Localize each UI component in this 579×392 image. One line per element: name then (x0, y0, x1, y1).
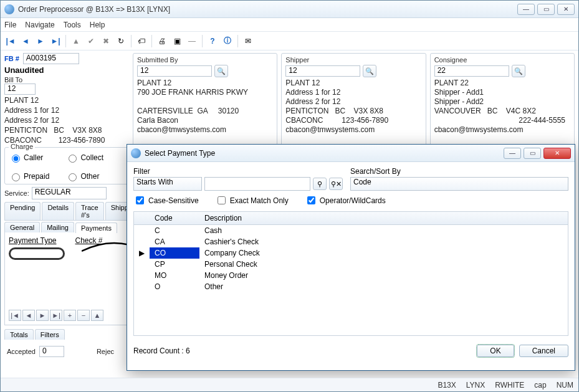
charge-caller-radio[interactable]: Caller (9, 153, 49, 163)
grid-cell-code: O (150, 281, 199, 292)
filter-text-input[interactable] (204, 177, 310, 191)
accepted-value[interactable]: 0 (39, 346, 64, 357)
bill-to-code[interactable]: 12 (4, 84, 36, 95)
tab-pending[interactable]: Pending (4, 202, 41, 220)
payments-col-type: Payment Type (9, 236, 57, 245)
pg-prev-icon[interactable]: ◄ (22, 310, 35, 321)
charge-collect-radio[interactable]: Collect (65, 153, 103, 163)
payment-type-grid[interactable]: Code Description CCashCACashier's Check▶… (133, 211, 568, 336)
grid-row[interactable]: ▶COCompany Check (134, 247, 568, 259)
dialog-maximize-button[interactable]: ▭ (524, 148, 541, 159)
fb-label: FB # (4, 55, 19, 62)
app-icon (4, 4, 14, 14)
main-tabs: Pending Details Trace #'s Shipp (4, 202, 129, 221)
pg-add-icon[interactable]: + (64, 310, 76, 321)
tab-trace[interactable]: Trace #'s (75, 202, 104, 220)
select-payment-type-dialog: Select Payment Type — ▭ ✕ Filter Starts … (127, 144, 575, 371)
bill-to-address: PLANT 12 Address 1 for 12 Address 2 for … (4, 96, 129, 145)
rejected-label: Rejec (97, 348, 114, 355)
dialog-close-button[interactable]: ✕ (543, 148, 571, 159)
charge-prepaid-radio[interactable]: Prepaid (9, 171, 49, 181)
status-cell: B13X (438, 381, 456, 390)
toolbar: |◄ ◄ ► ►| ▲ ✔ ✖ ↻ 🏷 🖨 ▣ — ? ⓘ ✉ (1, 32, 578, 50)
pg-up-icon[interactable]: ▲ (91, 310, 103, 321)
maximize-button[interactable]: ▭ (537, 4, 555, 15)
filter-mode-select[interactable]: Starts With (133, 177, 202, 191)
dialog-minimize-button[interactable]: — (504, 148, 521, 159)
check-icon[interactable]: ✔ (85, 35, 97, 47)
record-count-label: Record Count : (133, 347, 184, 355)
grid-row[interactable]: MOMoney Order (134, 270, 568, 281)
charge-other-radio[interactable]: Other (65, 171, 103, 181)
status-cell: cap (534, 381, 546, 390)
menubar: File Navigate Tools Help (1, 18, 578, 32)
cancel-button[interactable]: Cancel (519, 345, 568, 357)
grid-cell-description: Company Check (199, 247, 568, 259)
shipper-code[interactable]: 12 (285, 65, 360, 77)
minimize-button[interactable]: — (517, 4, 535, 15)
delete-icon[interactable]: ✖ (100, 35, 112, 47)
filter-clear-icon[interactable]: ⚲✕ (329, 178, 343, 190)
operator-wildcards-checkbox[interactable]: Operator/WildCards (305, 194, 386, 206)
service-select[interactable]: REGULAR (32, 187, 107, 199)
grid-row[interactable]: OOther (134, 281, 568, 292)
status-cell: NUM (557, 381, 573, 390)
exact-match-checkbox[interactable]: Exact Match Only (215, 194, 289, 206)
subtab-mailing[interactable]: Mailing (41, 222, 74, 232)
grid-row[interactable]: CPPersonal Check (134, 259, 568, 270)
info-icon[interactable]: ⓘ (221, 35, 234, 47)
menu-tools[interactable]: Tools (64, 21, 81, 29)
triangle-icon[interactable]: ▲ (70, 35, 82, 47)
pg-first-icon[interactable]: |◄ (9, 310, 21, 321)
tag-icon[interactable]: 🏷 (135, 35, 148, 47)
nav-prev-icon[interactable]: ◄ (19, 35, 32, 47)
search-icon[interactable]: 🔍 (214, 65, 228, 77)
payment-type-field[interactable] (9, 247, 65, 260)
menu-navigate[interactable]: Navigate (25, 21, 54, 29)
case-sensitive-checkbox[interactable]: Case-Sensitive (133, 194, 199, 206)
mail-icon[interactable]: ✉ (242, 35, 254, 47)
refresh-icon[interactable]: ↻ (115, 35, 127, 47)
grid-col-description[interactable]: Description (199, 212, 568, 225)
fb-number[interactable]: A003195 (23, 53, 79, 64)
menu-help[interactable]: Help (90, 21, 105, 29)
pg-last-icon[interactable]: ►| (50, 310, 62, 321)
submitted-by-code[interactable]: 12 (137, 65, 212, 77)
subtab-payments[interactable]: Payments (75, 222, 117, 233)
tab-filters[interactable]: Filters (35, 329, 65, 340)
window-title: Order Preprocessor @ B13X => B13X [LYNX] (18, 5, 517, 14)
grid-cell-description: Other (199, 281, 568, 292)
titlebar: Order Preprocessor @ B13X => B13X [LYNX]… (1, 1, 578, 18)
close-button[interactable]: ✕ (557, 4, 575, 15)
search-sort-select[interactable]: Code (350, 177, 568, 191)
monitor-icon[interactable]: ▣ (171, 35, 183, 47)
pg-remove-icon[interactable]: − (77, 310, 90, 321)
nav-last-icon[interactable]: ►| (49, 35, 62, 47)
help-icon[interactable]: ? (206, 35, 219, 47)
search-icon[interactable]: 🔍 (363, 65, 376, 77)
ok-button[interactable]: OK (477, 345, 514, 357)
pg-next-icon[interactable]: ► (36, 310, 49, 321)
print-icon[interactable]: 🖨 (156, 35, 168, 47)
nav-first-icon[interactable]: |◄ (4, 35, 17, 47)
filter-label: Filter (133, 167, 345, 176)
nav-next-icon[interactable]: ► (34, 35, 47, 47)
consignee-code[interactable]: 22 (434, 65, 509, 77)
grid-cell-code: C (150, 225, 199, 237)
grid-cell-description: Cashier's Check (199, 236, 568, 247)
grid-cell-code: MO (150, 270, 199, 281)
grid-row[interactable]: CACashier's Check (134, 236, 568, 247)
grid-col-code[interactable]: Code (150, 212, 199, 225)
dash-icon[interactable]: — (186, 35, 198, 47)
grid-cell-description: Cash (199, 225, 568, 237)
subtab-general[interactable]: General (4, 222, 40, 232)
filter-apply-icon[interactable]: ⚲ (313, 178, 327, 190)
tab-details[interactable]: Details (42, 202, 74, 220)
menu-file[interactable]: File (4, 21, 16, 29)
tab-totals[interactable]: Totals (4, 329, 34, 340)
search-icon[interactable]: 🔍 (512, 65, 525, 77)
grid-cell-code: CA (150, 236, 199, 247)
record-count-value: 6 (186, 347, 190, 355)
grid-row[interactable]: CCash (134, 225, 568, 237)
charge-group-title: Charge (9, 143, 35, 150)
